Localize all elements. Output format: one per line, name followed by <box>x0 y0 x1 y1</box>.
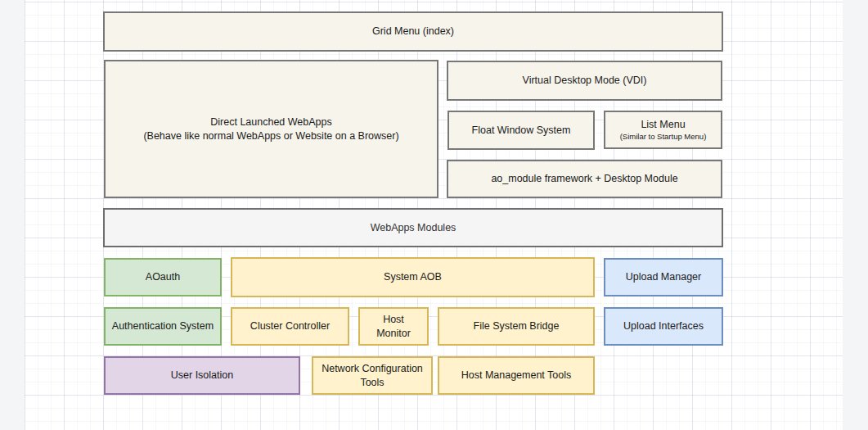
shape-user-isolation[interactable]: User Isolation <box>104 356 300 395</box>
shape-ao-module-framework[interactable]: ao_module framework + Desktop Module <box>447 160 722 198</box>
shape-cluster-controller[interactable]: Cluster Controller <box>231 307 349 346</box>
shape-cluster-controller-label: Cluster Controller <box>250 319 330 333</box>
shape-host-monitor-label: Host Monitor <box>365 313 422 341</box>
shape-network-configuration-tools[interactable]: Network Configuration Tools <box>312 356 433 395</box>
shape-system-aob[interactable]: System AOB <box>231 257 595 297</box>
shape-webapps-modules[interactable]: WebApps Modules <box>103 208 723 247</box>
shape-authentication-system[interactable]: Authentication System <box>104 307 222 346</box>
diagram-scene: Grid Menu (index) Direct Launched WebApp… <box>0 0 868 430</box>
shape-list-menu[interactable]: List Menu (Similar to Startup Menu) <box>604 111 722 149</box>
shape-file-system-bridge-label: File System Bridge <box>474 319 560 333</box>
shape-host-monitor[interactable]: Host Monitor <box>358 307 429 346</box>
shape-ao-module-framework-label: ao_module framework + Desktop Module <box>491 172 677 186</box>
shape-network-configuration-tools-label: Network Configuration Tools <box>318 362 426 390</box>
shape-float-window-system[interactable]: Float Window System <box>447 111 595 150</box>
shape-direct-launched-webapps[interactable]: Direct Launched WebApps (Behave like nor… <box>104 60 438 198</box>
shape-grid-menu[interactable]: Grid Menu (index) <box>103 11 723 52</box>
shape-authentication-system-label: Authentication System <box>112 319 214 333</box>
shape-user-isolation-label: User Isolation <box>171 369 233 382</box>
shape-virtual-desktop-mode[interactable]: Virtual Desktop Mode (VDI) <box>447 61 722 101</box>
shape-upload-manager-label: Upload Manager <box>626 270 701 284</box>
shape-direct-launched-webapps-sublabel: (Behave like normal WebApps or Website o… <box>143 129 398 143</box>
shape-list-menu-label: List Menu <box>641 118 685 132</box>
shape-aoauth[interactable]: AOauth <box>104 258 222 296</box>
shape-webapps-modules-label: WebApps Modules <box>371 221 456 235</box>
shape-system-aob-label: System AOB <box>384 270 442 284</box>
shape-virtual-desktop-mode-label: Virtual Desktop Mode (VDI) <box>523 74 647 88</box>
shape-host-management-tools-label: Host Management Tools <box>461 369 572 382</box>
shape-upload-manager[interactable]: Upload Manager <box>604 258 723 296</box>
shape-float-window-system-label: Float Window System <box>472 124 571 138</box>
shape-direct-launched-webapps-label: Direct Launched WebApps <box>210 115 331 129</box>
shape-aoauth-label: AOauth <box>146 270 180 284</box>
shape-file-system-bridge[interactable]: File System Bridge <box>438 307 595 346</box>
shape-grid-menu-label: Grid Menu (index) <box>372 25 454 38</box>
shape-list-menu-sublabel: (Similar to Startup Menu) <box>620 132 707 143</box>
shape-upload-interfaces-label: Upload Interfaces <box>623 319 704 333</box>
shape-upload-interfaces[interactable]: Upload Interfaces <box>604 307 723 346</box>
shape-host-management-tools[interactable]: Host Management Tools <box>438 356 595 395</box>
